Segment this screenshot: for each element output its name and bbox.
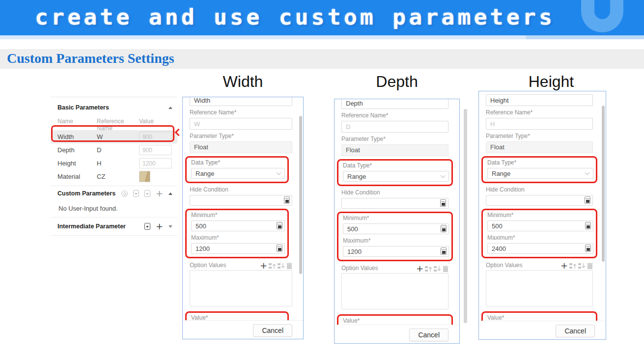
minimum-label: Minimum* xyxy=(487,212,593,219)
minimum-input[interactable] xyxy=(487,220,593,231)
table-row-height[interactable]: Height H xyxy=(51,157,177,170)
maximum-input[interactable] xyxy=(191,243,285,254)
option-values-label: Option Values xyxy=(341,265,378,272)
row-reference: D xyxy=(97,146,139,154)
annotation-min-max: Minimum* Maximum* xyxy=(481,209,597,258)
calculator-icon[interactable] xyxy=(277,222,282,229)
cancel-button[interactable]: Cancel xyxy=(556,325,595,337)
import-file-icon[interactable] xyxy=(144,223,150,230)
move-up-icon[interactable] xyxy=(425,266,432,272)
cancel-button[interactable]: Cancel xyxy=(253,324,292,337)
banner-underline-highlight xyxy=(526,35,644,39)
dialog-footer: Cancel xyxy=(335,325,459,343)
delete-option-icon[interactable] xyxy=(587,263,593,269)
export-file-icon[interactable] xyxy=(144,190,150,197)
annotation-min-max: Minimum* Maximum* xyxy=(337,212,453,261)
table-header: Name Reference Name Value xyxy=(51,118,177,127)
add-icon[interactable]: + xyxy=(156,223,163,230)
calculator-icon[interactable] xyxy=(585,196,590,204)
option-values-textarea[interactable] xyxy=(190,270,292,306)
delete-option-icon[interactable] xyxy=(286,263,292,269)
calculator-icon[interactable] xyxy=(585,222,591,229)
collapse-up-icon[interactable] xyxy=(168,107,172,109)
custom-parameters-empty-text: No User-Input found. xyxy=(51,201,177,217)
row-name: Material xyxy=(57,173,97,180)
basic-parameters-title: Basic Parameters xyxy=(57,104,109,111)
add-icon[interactable]: + xyxy=(156,190,163,197)
reference-name-input[interactable] xyxy=(486,118,593,130)
reference-name-input[interactable] xyxy=(341,121,448,133)
parameter-name-input[interactable] xyxy=(486,94,593,106)
add-option-icon[interactable]: + xyxy=(260,262,267,269)
annotation-data-type: Data Type* Range xyxy=(185,156,289,183)
move-down-icon[interactable] xyxy=(278,263,285,269)
target-icon[interactable] xyxy=(121,191,128,197)
section-heading-band: Custom Parameters Settings xyxy=(0,49,644,69)
maximum-input[interactable] xyxy=(487,243,593,254)
dialog-scrollbar[interactable] xyxy=(299,116,302,274)
page-scrollbar[interactable] xyxy=(464,109,467,323)
material-thumbnail[interactable] xyxy=(139,171,150,182)
option-values-textarea[interactable] xyxy=(341,273,448,309)
chevron-down-icon xyxy=(585,170,590,175)
data-type-select[interactable]: Range xyxy=(191,168,285,179)
cancel-button[interactable]: Cancel xyxy=(409,329,448,341)
dialog-footer: Cancel xyxy=(183,320,303,339)
parameters-list-panel: Basic Parameters Name Reference Name Val… xyxy=(51,97,177,236)
calculator-icon[interactable] xyxy=(284,196,290,204)
hide-condition-input[interactable] xyxy=(190,195,292,206)
parameter-type-label: Parameter Type* xyxy=(341,136,448,143)
import-file-icon[interactable] xyxy=(133,190,139,197)
maximum-label: Maximum* xyxy=(191,234,285,242)
dialog-scrollbar[interactable] xyxy=(602,106,605,262)
column-title-width: Width xyxy=(182,73,304,91)
reference-name-input[interactable] xyxy=(190,118,292,130)
option-values-label: Option Values xyxy=(190,262,226,269)
move-up-icon[interactable] xyxy=(269,263,276,269)
width-value-input[interactable] xyxy=(139,132,172,142)
table-row-depth[interactable]: Depth D xyxy=(51,143,177,157)
header-name: Name xyxy=(57,118,97,127)
banner-title: create and use custom parameters xyxy=(0,4,590,30)
page-title: Custom Parameters Settings xyxy=(7,51,174,66)
reference-name-label: Reference Name* xyxy=(486,109,593,116)
depth-value-input[interactable] xyxy=(139,145,172,155)
calculator-icon[interactable] xyxy=(277,245,282,252)
maximum-input[interactable] xyxy=(343,246,449,257)
calculator-icon[interactable] xyxy=(440,199,446,207)
data-type-select[interactable]: Range xyxy=(487,168,593,179)
height-value-input[interactable] xyxy=(139,158,172,168)
calculator-icon[interactable] xyxy=(585,245,591,252)
table-row-width[interactable]: Width W xyxy=(51,130,177,143)
top-banner: create and use custom parameters xyxy=(0,0,644,35)
move-down-icon[interactable] xyxy=(434,266,441,272)
table-row-material[interactable]: Material CZ xyxy=(51,170,177,183)
data-type-select[interactable]: Range xyxy=(343,171,449,182)
chevron-down-icon xyxy=(441,173,446,178)
minimum-input[interactable] xyxy=(343,223,449,234)
parameter-name-input[interactable] xyxy=(341,99,448,109)
hide-condition-input[interactable] xyxy=(486,195,593,206)
data-type-value: Range xyxy=(492,170,510,177)
calculator-icon[interactable] xyxy=(441,247,447,255)
row-name: Height xyxy=(57,160,97,167)
option-values-textarea[interactable] xyxy=(486,270,593,306)
data-type-label: Data Type* xyxy=(191,159,285,166)
row-name: Width xyxy=(57,133,97,140)
move-down-icon[interactable] xyxy=(578,263,586,269)
parameter-name-input[interactable] xyxy=(190,97,292,106)
minimum-input[interactable] xyxy=(191,220,285,231)
parameter-type-value: Float xyxy=(486,141,593,153)
collapse-up-icon[interactable] xyxy=(168,192,172,195)
move-up-icon[interactable] xyxy=(569,263,577,269)
calculator-icon[interactable] xyxy=(441,225,447,232)
header-reference-name: Reference Name xyxy=(97,118,139,127)
add-option-icon[interactable]: + xyxy=(416,265,423,272)
add-option-icon[interactable]: + xyxy=(560,262,568,269)
collapse-down-icon[interactable] xyxy=(168,225,172,228)
delete-option-icon[interactable] xyxy=(443,266,448,272)
parameter-type-value: Float xyxy=(190,141,292,153)
hide-condition-input[interactable] xyxy=(341,198,448,209)
maximum-label: Maximum* xyxy=(487,234,593,242)
annotation-min-max: Minimum* Maximum* xyxy=(185,209,289,258)
